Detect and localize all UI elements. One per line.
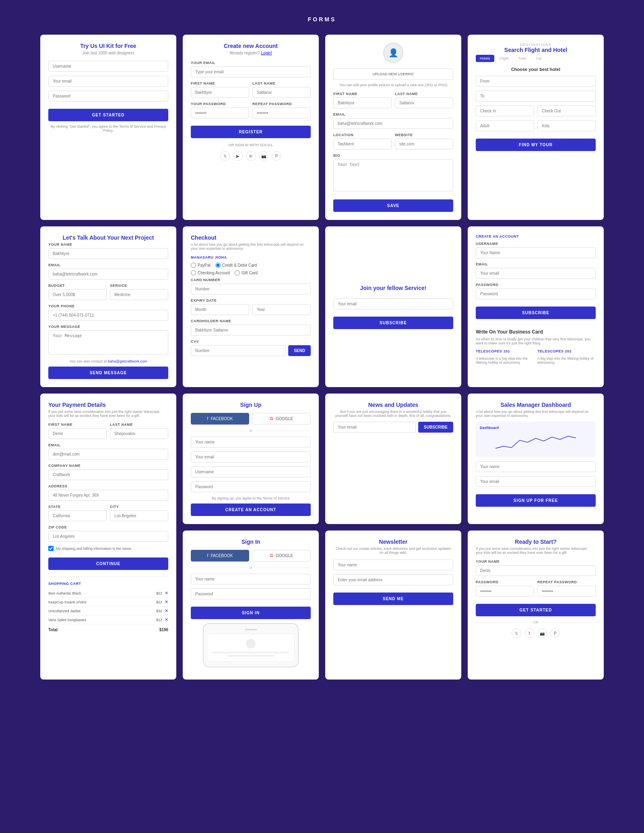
instagram-icon[interactable]: 📷 [259, 151, 268, 161]
profile-email-input[interactable] [333, 118, 453, 129]
website-input[interactable] [395, 139, 453, 149]
checking-option[interactable]: Checking Account [191, 270, 230, 276]
last-name-input[interactable] [252, 87, 311, 98]
first-name-input[interactable] [191, 87, 249, 98]
ca2-password-input[interactable] [476, 288, 596, 299]
checkout-input[interactable] [537, 106, 596, 116]
ready-pinterest-icon[interactable]: P [550, 628, 560, 638]
get-started-button[interactable]: GET STARTED [48, 109, 168, 121]
sales-email-input[interactable] [476, 476, 596, 487]
username-input[interactable] [48, 61, 168, 72]
city-input[interactable] [110, 510, 168, 521]
subscribe-button[interactable]: SUBSCRIBE [333, 317, 453, 329]
email-input[interactable] [48, 76, 168, 87]
payment-email-input[interactable] [48, 449, 168, 460]
tab-car[interactable]: Car [532, 55, 546, 62]
send-button[interactable]: SEND [288, 345, 311, 356]
login-link[interactable]: Login! [261, 51, 272, 55]
ready-fb-icon[interactable]: f [524, 628, 534, 638]
profile-last-input[interactable] [395, 97, 453, 108]
save-button[interactable]: SAVE [333, 199, 453, 212]
payment-last-input[interactable] [110, 428, 168, 439]
create-account-button[interactable]: CREATE AN ACCOUNT [191, 504, 311, 516]
signup-password-input[interactable] [191, 481, 311, 492]
register-button[interactable]: REGISTER [191, 126, 311, 138]
subscribe-email-input[interactable] [333, 298, 453, 309]
service-select[interactable]: Medicine [110, 289, 168, 300]
tab-flight[interactable]: Flight [496, 55, 513, 62]
cardholder-input[interactable] [191, 325, 311, 336]
location-input[interactable] [333, 139, 392, 149]
email-field[interactable] [191, 66, 311, 77]
checkin-input[interactable] [476, 106, 534, 116]
password-input[interactable] [48, 91, 168, 102]
remove-icon-4[interactable]: ✕ [165, 617, 168, 622]
contact-email-input[interactable] [48, 269, 168, 280]
paypal-radio[interactable] [191, 263, 196, 268]
to-input[interactable] [476, 91, 596, 102]
ready-get-started-button[interactable]: GET STARTED [476, 604, 596, 616]
google-signup-btn[interactable]: G GOOGLE [252, 413, 311, 425]
bio-textarea[interactable] [333, 159, 453, 191]
news-email-input[interactable] [333, 422, 416, 433]
signin-name-input[interactable] [191, 574, 311, 584]
send-message-button[interactable]: SEND MESSAGE [48, 367, 168, 379]
state-select[interactable]: California [48, 510, 107, 521]
budget-select[interactable]: Over 5,000$ [48, 289, 107, 300]
remove-icon-3[interactable]: ✕ [165, 608, 168, 613]
billing-checkbox[interactable] [48, 546, 54, 551]
ready-instagram-icon[interactable]: 📷 [537, 628, 547, 638]
pinterest-icon[interactable]: P [272, 151, 281, 161]
signup-name-input[interactable] [191, 437, 311, 448]
ready-twitter-icon[interactable]: 𝕏 [512, 628, 521, 638]
kids-select[interactable]: Kids 0 1 [537, 120, 596, 131]
signup-email-input[interactable] [191, 452, 311, 462]
tab-train[interactable]: Train [514, 55, 530, 62]
credit-radio[interactable] [215, 263, 221, 268]
google-signin-btn[interactable]: G GOOGLE [252, 550, 311, 562]
company-input[interactable] [48, 469, 168, 480]
message-textarea[interactable] [48, 330, 168, 354]
newsletter-email-input[interactable] [333, 574, 453, 585]
sales-name-input[interactable] [476, 461, 596, 472]
repeat-password-input[interactable] [252, 108, 311, 118]
ready-repeat-input[interactable] [537, 586, 596, 597]
youtube-icon[interactable]: ▶ [233, 151, 243, 161]
ca2-username-input[interactable] [476, 247, 596, 258]
cvv-select[interactable]: Number [191, 345, 286, 356]
tab-hotels[interactable]: Hotels [476, 55, 494, 62]
signin-button[interactable]: SIGN IN [191, 607, 311, 619]
linkedin-icon[interactable]: in [246, 151, 256, 161]
news-subscribe-button[interactable]: SUBSCRIBE [418, 422, 453, 433]
contact-name-input[interactable] [48, 248, 168, 259]
upload-btn[interactable]: UPLOAD NEW USERPIC [333, 68, 453, 80]
facebook-signin-btn[interactable]: f FACEBOOK [191, 550, 249, 562]
twitter-icon[interactable]: 𝕏 [220, 151, 230, 161]
credit-option[interactable]: Credit & Debit Card [215, 263, 257, 268]
remove-icon-1[interactable]: ✕ [165, 591, 168, 596]
gift-radio[interactable] [235, 270, 240, 276]
paypal-option[interactable]: PayPal [191, 263, 211, 268]
facebook-signup-btn[interactable]: f FACEBOOK [191, 413, 249, 425]
year-select[interactable]: Year [252, 304, 311, 315]
ready-password-input[interactable] [476, 586, 534, 597]
newsletter-send-button[interactable]: SEND ME [333, 593, 453, 605]
phone-input[interactable] [48, 310, 168, 321]
find-tour-button[interactable]: FIND MY TOUR [476, 139, 596, 151]
ready-name-input[interactable] [476, 565, 596, 576]
continue-button[interactable]: CONTINUE [48, 557, 168, 570]
zip-input[interactable] [48, 531, 168, 542]
signup-username-input[interactable] [191, 466, 311, 477]
month-select[interactable]: Month [191, 304, 249, 315]
signup-free-button[interactable]: SIGN UP FOR FREE [476, 494, 596, 507]
payment-first-input[interactable] [48, 428, 107, 439]
newsletter-name-input[interactable] [333, 559, 453, 570]
profile-first-input[interactable] [333, 97, 392, 108]
address-input[interactable] [48, 490, 168, 501]
checking-radio[interactable] [191, 270, 196, 276]
ca2-email-input[interactable] [476, 268, 596, 279]
your-password-input[interactable] [191, 108, 249, 118]
card-number-input[interactable] [191, 284, 311, 294]
adult-select[interactable]: Adult 1 2 [476, 120, 534, 131]
remove-icon-2[interactable]: ✕ [165, 599, 168, 605]
